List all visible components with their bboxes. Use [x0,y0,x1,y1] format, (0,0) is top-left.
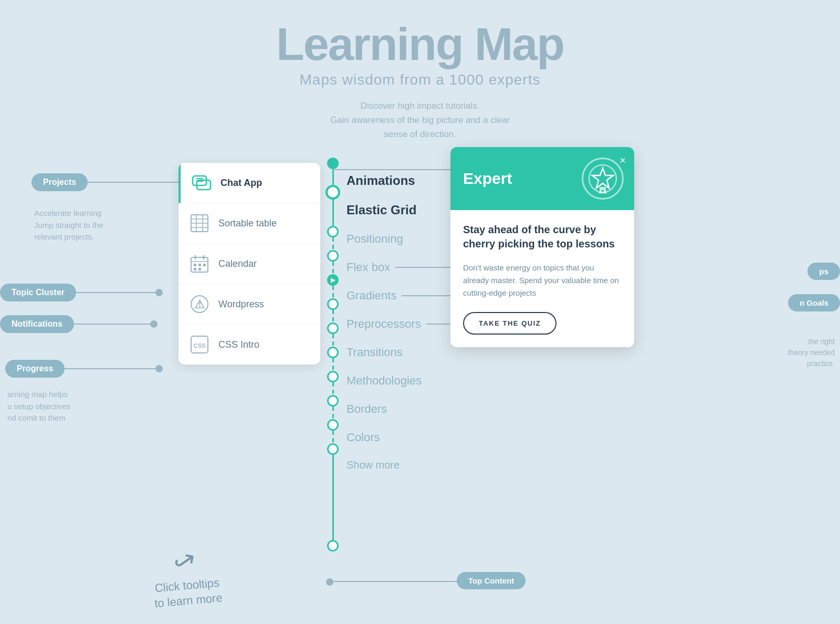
page-subtitle: Maps wisdom from a 1000 experts [0,71,840,88]
tl-dashed-1 [332,237,334,250]
expert-label: Expert [463,170,512,188]
tl-dashed-3 [332,286,334,298]
project-item-chat-app[interactable]: Chat App [178,163,320,203]
css-intro-icon: CSS [188,333,211,356]
tl-ring-8 [327,419,339,431]
css-intro-name: CSS Intro [218,339,259,350]
notifications-dot [150,320,158,328]
top-content-pill[interactable]: Top Content [457,572,526,589]
left-node-progress: Progress [5,360,163,378]
tl-ring-9 [327,443,339,455]
svg-rect-25 [600,187,606,190]
tips-pill[interactable]: ps [807,263,840,280]
svg-rect-14 [194,264,196,266]
project-item-calendar[interactable]: Calendar [178,244,320,284]
svg-rect-17 [194,268,196,271]
tl-dashed-9 [332,431,334,443]
projects-panel: Chat App Sortable table [178,163,320,365]
topic-borders[interactable]: Borders [346,402,487,416]
tl-dashed-5 [332,334,334,347]
tl-dot-flag: ▶ [327,274,339,286]
svg-marker-24 [592,168,613,188]
svg-text:CSS: CSS [194,342,206,349]
expert-headline: Stay ahead of the curve by cherry pickin… [463,223,622,251]
expert-badge [582,158,624,200]
map-area: Projects Accelerate learning Jump straig… [0,147,840,624]
sortable-table-name: Sortable table [218,218,277,229]
topic-transitions[interactable]: Transitions [346,346,487,359]
timeline: ▶ [326,147,340,557]
connector-top [333,169,459,170]
tl-dot-ring-large [326,185,340,200]
wordpress-name: Wordpress [218,299,264,310]
goals-pill[interactable]: n Goals [788,294,840,311]
project-item-sortable-table[interactable]: Sortable table [178,203,320,244]
expert-header: × Expert [450,147,634,210]
expert-header-left: Expert [463,170,512,188]
chat-app-name: Chat App [220,178,262,189]
tl-ring-5 [327,347,339,358]
tl-dashed-4 [332,310,334,323]
page-title: Learning Map [0,21,840,67]
svg-text:⚠: ⚠ [194,298,205,311]
tl-ring-2 [327,250,339,262]
tl-ring-6 [327,371,339,382]
tl-ring-4 [327,323,339,334]
right-desc: the righttheory neededpractice. [788,336,835,369]
bottom-connector-dot-left [326,578,333,586]
tl-dashed-8 [332,407,334,419]
topic-colors[interactable]: Colors [346,431,487,444]
calendar-icon [188,252,211,275]
tl-seg-1 [332,169,334,185]
left-node-projects: Projects [32,173,200,191]
tl-dashed-7 [332,382,334,395]
sortable-table-icon [188,212,211,235]
tl-dot-top [327,158,339,169]
left-node-topic-cluster: Topic Cluster [0,284,163,301]
svg-rect-16 [203,264,206,266]
tl-ring-1 [327,226,339,237]
right-node-tips: ps [807,263,840,280]
right-node-goals: n Goals [788,294,840,311]
tl-ring-3 [327,298,339,310]
page-description: Discover high impact tutorials. Gain awa… [0,99,840,142]
projects-pill[interactable]: Projects [32,173,88,191]
project-item-wordpress[interactable]: ⚠ Wordpress [178,284,320,325]
calendar-name: Calendar [218,258,257,269]
tl-ring-bottom [327,540,339,552]
show-more[interactable]: Show more [346,459,487,471]
right-node-top-content: Top Content [457,572,526,589]
progress-dot [155,365,163,372]
projects-desc: Accelerate learning Jump straight to the… [34,207,103,243]
page-header: Learning Map Maps wisdom from a 1000 exp… [0,0,840,142]
topic-cluster-dot [155,289,163,296]
tl-dashed-6 [332,358,334,371]
expert-close-button[interactable]: × [620,154,626,167]
expert-desc: Don't waste energy on topics that you al… [463,262,622,299]
chat-app-icon [190,171,213,194]
notifications-pill[interactable]: Notifications [0,315,74,333]
project-item-css-intro[interactable]: CSS CSS Intro [178,325,320,365]
expert-body: Stay ahead of the curve by cherry pickin… [450,210,634,347]
svg-rect-15 [198,264,201,266]
topic-cluster-pill[interactable]: Topic Cluster [0,284,76,301]
svg-rect-18 [198,268,201,271]
tl-dashed-2 [332,262,334,274]
tl-seg-end [332,455,334,540]
tl-ring-7 [327,395,339,407]
tooltip-hint: ↩ Click tooltips to learn more [150,541,223,611]
take-quiz-button[interactable]: TAKE THE QUIZ [463,312,556,335]
progress-desc: arning map helps u setup objectives nd c… [7,389,70,424]
expert-panel: × Expert Stay ahead of the curve by cher… [450,147,634,347]
topic-methodologies[interactable]: Methodologies [346,374,487,388]
left-node-notifications: Notifications [0,315,158,333]
wordpress-icon: ⚠ [188,293,211,316]
progress-pill[interactable]: Progress [5,360,65,378]
tl-seg-2 [332,200,334,226]
